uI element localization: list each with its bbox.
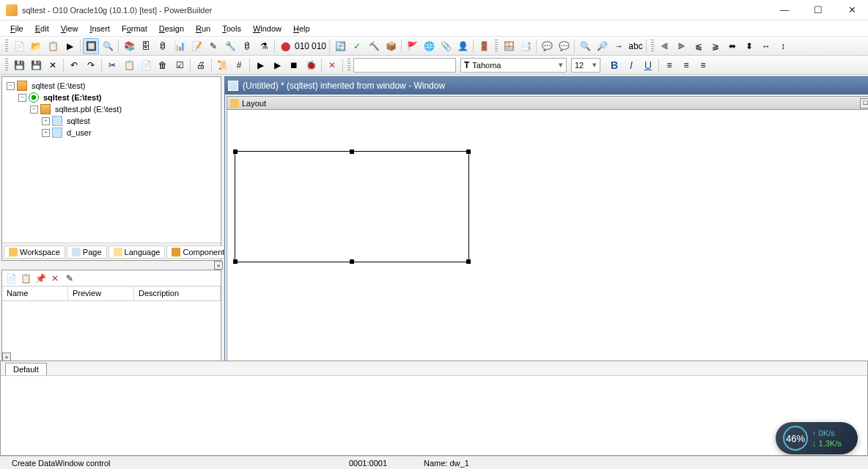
db-icon[interactable]: 🛢: [155, 38, 171, 54]
close-button[interactable]: ✕: [842, 3, 862, 18]
trace-icon[interactable]: 010: [294, 38, 310, 54]
toolbar-grip[interactable]: [5, 40, 8, 53]
tab-default[interactable]: Default: [5, 363, 47, 375]
inherit-icon[interactable]: 📋: [45, 38, 61, 54]
toolbar2-grip2[interactable]: [347, 59, 350, 72]
tab-workspace[interactable]: Workspace: [4, 245, 65, 259]
resize-handle-sw[interactable]: [233, 259, 238, 264]
size-combo[interactable]: 12 ▾: [571, 58, 600, 73]
run-icon[interactable]: ▶: [62, 38, 78, 54]
datawindow-control[interactable]: [235, 151, 469, 262]
resize-handle-ne[interactable]: [466, 149, 471, 154]
undo-icon[interactable]: ↶: [66, 57, 82, 73]
close-doc-icon[interactable]: ✕: [45, 57, 61, 73]
space-v-icon[interactable]: ⬍: [741, 38, 757, 54]
uncomment-icon[interactable]: 💬: [556, 38, 572, 54]
menu-file[interactable]: FFileile: [4, 23, 29, 34]
clip-delete-icon[interactable]: ✕: [48, 272, 62, 285]
expand-icon[interactable]: +: [42, 129, 50, 137]
sql-icon[interactable]: 📝: [188, 38, 205, 54]
run-app-icon[interactable]: ▶: [269, 57, 285, 73]
resize-handle-nw[interactable]: [233, 149, 238, 154]
spell-icon[interactable]: abc: [628, 38, 644, 54]
tab-language[interactable]: Language: [108, 245, 166, 259]
design-canvas[interactable]: [227, 110, 868, 359]
menu-view[interactable]: View: [55, 23, 84, 34]
debug-icon[interactable]: ⬤: [277, 38, 293, 54]
refresh-icon[interactable]: 🔄: [332, 38, 348, 54]
resize-handle-se[interactable]: [466, 259, 471, 264]
clip-edit-icon[interactable]: ✎: [63, 272, 76, 285]
resize-handle-n[interactable]: [350, 149, 354, 154]
new-icon[interactable]: 📄: [11, 38, 27, 54]
clip-paste-icon[interactable]: 📌: [34, 272, 47, 285]
browser-icon[interactable]: 🌐: [421, 38, 437, 54]
expand-icon[interactable]: +: [42, 117, 50, 125]
align-left-icon[interactable]: ⫷: [657, 38, 673, 54]
saveall-icon[interactable]: 💾: [28, 57, 44, 73]
profile-icon[interactable]: 010: [311, 38, 327, 54]
build-icon[interactable]: 🔨: [366, 38, 382, 54]
space-h-icon[interactable]: ⬌: [724, 38, 740, 54]
edit-icon[interactable]: ✎: [205, 38, 221, 54]
menu-window[interactable]: Window: [247, 23, 287, 34]
tab-order-icon[interactable]: #: [231, 57, 247, 73]
struct-icon[interactable]: 📊: [172, 38, 188, 54]
maximize-button[interactable]: ☐: [808, 3, 828, 18]
tree-root[interactable]: − sqltest (E:\test): [5, 80, 218, 92]
output-close-button[interactable]: ×: [2, 352, 11, 361]
clip-copy-icon[interactable]: 📋: [19, 272, 32, 285]
toolbar-grip3[interactable]: [651, 40, 654, 53]
tree-target[interactable]: − sqltest (E:\test): [5, 92, 218, 103]
style-combo[interactable]: [353, 58, 456, 73]
deploy-icon[interactable]: 📦: [383, 38, 399, 54]
tab-icon[interactable]: 📑: [518, 38, 534, 54]
print-icon[interactable]: 🖨: [193, 57, 209, 73]
redo-icon[interactable]: ↷: [83, 57, 99, 73]
tree-obj-sqltest[interactable]: + sqltest: [5, 115, 218, 127]
minimize-button[interactable]: —: [774, 3, 795, 18]
mid-close-button[interactable]: ×: [214, 261, 223, 270]
menu-insert[interactable]: Insert: [84, 23, 116, 34]
collapse-icon[interactable]: −: [7, 82, 15, 90]
delete-icon[interactable]: ✕: [324, 57, 340, 73]
library-icon[interactable]: 📚: [121, 38, 137, 54]
find-icon[interactable]: 🔍: [577, 38, 593, 54]
selectall-icon[interactable]: ☑: [172, 57, 188, 73]
col-preview[interactable]: Preview: [68, 287, 134, 300]
text-center-icon[interactable]: ≡: [678, 57, 694, 73]
size-h-icon[interactable]: ↕: [775, 38, 791, 54]
clear-icon[interactable]: 🗑: [155, 57, 171, 73]
speed-widget[interactable]: 46% ↑ 0K/s ↓ 1.3K/s: [776, 422, 858, 454]
comment-icon[interactable]: 💬: [539, 38, 555, 54]
script-icon[interactable]: 📜: [214, 57, 230, 73]
collapse-icon[interactable]: −: [18, 94, 26, 102]
data-icon[interactable]: 🛢: [239, 38, 255, 54]
open-icon[interactable]: 📂: [28, 38, 44, 54]
size-w-icon[interactable]: ↔: [758, 38, 774, 54]
menu-help[interactable]: Help: [287, 23, 316, 34]
col-name[interactable]: Name: [2, 287, 68, 300]
toolbar-grip2[interactable]: [495, 40, 498, 53]
font-combo[interactable]: T Tahoma ▾: [460, 58, 567, 73]
text-right-icon[interactable]: ≡: [695, 57, 711, 73]
collapse-icon[interactable]: −: [30, 106, 38, 114]
tree-obj-duser[interactable]: + d_user: [5, 127, 218, 139]
preview-run-icon[interactable]: ▶: [252, 57, 268, 73]
check-icon[interactable]: ✓: [349, 38, 365, 54]
exit-icon[interactable]: 🚪: [476, 38, 492, 54]
cut-icon[interactable]: ✂: [104, 57, 120, 73]
tab-page[interactable]: Page: [67, 245, 107, 259]
text-left-icon[interactable]: ≡: [661, 57, 677, 73]
align-center-icon[interactable]: ⫸: [674, 38, 690, 54]
menu-design[interactable]: Design: [153, 23, 190, 34]
resize-handle-s[interactable]: [350, 259, 354, 264]
clip-icon[interactable]: 📎: [438, 38, 454, 54]
tree-pbl[interactable]: − sqltest.pbl (E:\test): [5, 103, 218, 115]
preview-icon[interactable]: 🔍: [100, 38, 116, 54]
stop-icon[interactable]: ⏹: [286, 57, 302, 73]
italic-icon[interactable]: I: [623, 57, 639, 73]
debug-run-icon[interactable]: 🐞: [303, 57, 319, 73]
copy-icon[interactable]: 📋: [121, 57, 137, 73]
pane-max-button[interactable]: ☐: [860, 98, 868, 108]
